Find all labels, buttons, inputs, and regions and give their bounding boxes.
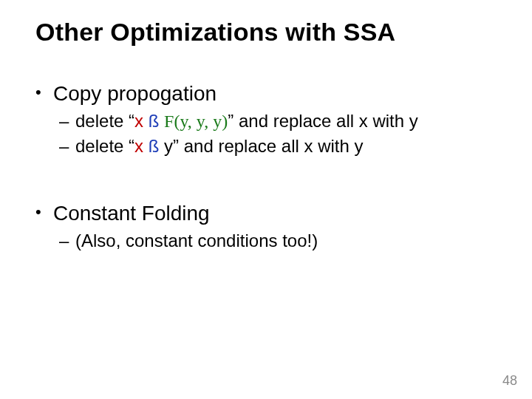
sub-text: (Also, constant conditions too!) [75, 231, 318, 250]
phi-expr: F(y, y, y) [164, 112, 228, 131]
y-expr: y [164, 136, 173, 156]
text-pre: delete “ [75, 111, 134, 131]
bullet-copy-propagation: Copy propogation delete “x ß F(y, y, y)”… [35, 81, 502, 157]
text-post: ” and replace all x with y [173, 136, 363, 156]
var-x: x [134, 111, 143, 131]
sub-list-folding: (Also, constant conditions too!) [59, 229, 502, 252]
arrow-icon: ß [143, 136, 164, 156]
text-post: ” and replace all x with y [228, 111, 417, 131]
var-x: x [134, 136, 143, 156]
arrow-icon: ß [143, 111, 164, 131]
bullet-constant-folding: Constant Folding (Also, constant conditi… [35, 200, 502, 252]
page-number: 48 [502, 373, 517, 389]
sub-item-y-rule: delete “x ß y” and replace all x with y [59, 134, 502, 157]
bullet-label: Copy propogation [53, 82, 216, 105]
bullet-list: Copy propogation delete “x ß F(y, y, y)”… [35, 81, 502, 253]
sub-item-phi-rule: delete “x ß F(y, y, y)” and replace all … [59, 109, 502, 133]
slide-title: Other Optimizations with SSA [35, 18, 502, 47]
text-pre: delete “ [75, 136, 134, 156]
bullet-label: Constant Folding [53, 202, 210, 225]
spacer [35, 160, 502, 200]
sub-list-copy: delete “x ß F(y, y, y)” and replace all … [59, 109, 502, 157]
slide: Other Optimizations with SSA Copy propog… [0, 0, 532, 399]
sub-item-constant-conditions: (Also, constant conditions too!) [59, 229, 502, 252]
